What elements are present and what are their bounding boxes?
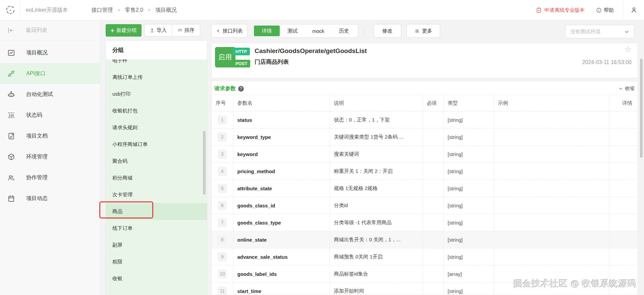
request-params-card: 请求参数 ? 收缩 序号参数名说明必填类型示例详情 1status状态：0，正常… bbox=[211, 81, 638, 295]
tab-详情[interactable]: 详情 bbox=[254, 26, 280, 36]
sidebar-item-robot[interactable]: 自动化测试 bbox=[0, 84, 100, 105]
param-row: 8online_state商城出售开关：0 关闭，1，...[string] bbox=[212, 231, 638, 248]
api-path: Cashier/GoodsOperate/getGoodsList bbox=[255, 46, 367, 56]
tab-历史[interactable]: 历史 bbox=[331, 26, 357, 36]
row-index-chip: 10 bbox=[218, 269, 227, 279]
hamburger-icon bbox=[415, 29, 420, 34]
param-cell-desc: 商品标签id集合 bbox=[330, 265, 423, 283]
group-item[interactable]: 线下订单 bbox=[106, 220, 207, 237]
param-cell-desc: 规格 1无规格 2规格 bbox=[330, 180, 423, 197]
param-cell-required bbox=[423, 146, 443, 163]
column-header: 说明 bbox=[330, 95, 423, 111]
group-list-scrollbar[interactable] bbox=[203, 131, 206, 195]
group-list: 电子秤离线订单上传usb打印收银机打包请求头规则小程序商城订单聚合码积分商城次卡… bbox=[106, 59, 207, 295]
param-cell-example bbox=[494, 180, 609, 197]
row-index-chip: 9 bbox=[218, 252, 227, 261]
column-header: 类型 bbox=[443, 95, 494, 111]
user-avatar-button[interactable] bbox=[623, 0, 644, 20]
breadcrumb-item[interactable]: 零售2.0 bbox=[125, 7, 143, 14]
sidebar-item-api-plug[interactable]: API接口 bbox=[0, 63, 100, 84]
import-button[interactable]: 导入 bbox=[144, 24, 172, 37]
plus-icon: + bbox=[111, 28, 114, 34]
param-cell-required bbox=[423, 265, 443, 283]
param-cell-required bbox=[423, 214, 443, 231]
param-cell-index: 10 bbox=[212, 265, 233, 283]
param-cell-example bbox=[494, 214, 609, 231]
group-item[interactable]: 积分商城 bbox=[106, 169, 207, 186]
modify-button[interactable]: 修改 bbox=[374, 24, 401, 38]
tab-测试[interactable]: 测试 bbox=[280, 26, 306, 36]
param-cell-type: [string] bbox=[443, 231, 494, 248]
param-cell-detail bbox=[609, 283, 638, 295]
person-icon bbox=[630, 6, 638, 14]
param-row: 2keyword_type关键词搜索类型 1货号 2条码 ...[string] bbox=[212, 129, 638, 146]
sort-icon bbox=[177, 28, 182, 33]
param-cell-required bbox=[423, 231, 443, 248]
tab-mock[interactable]: mock bbox=[306, 26, 331, 36]
sidebar-item-label: 项目文档 bbox=[26, 133, 48, 140]
group-item[interactable]: 小程序商城订单 bbox=[106, 136, 207, 153]
param-cell-example bbox=[494, 248, 609, 265]
more-button[interactable]: 更多 bbox=[407, 24, 440, 38]
param-cell-type: [string] bbox=[443, 111, 494, 129]
params-header-row: 序号参数名说明必填类型示例详情 bbox=[212, 95, 638, 111]
sidebar-item-status-code[interactable]: 123状态码 bbox=[0, 105, 100, 126]
group-panel: + 新建分组 导入 排序 分组 电子秤离线订单上传usb打印收银机打包请求头规则… bbox=[101, 20, 209, 295]
group-item[interactable]: 收银 bbox=[106, 270, 207, 287]
interface-list-button[interactable]: 接口列表 bbox=[211, 24, 247, 38]
breadcrumb-item[interactable]: 项目概况 bbox=[155, 7, 177, 14]
brand-title: eoLinker开源版本 bbox=[26, 7, 68, 14]
toolbar-divider bbox=[364, 27, 364, 35]
param-cell-example bbox=[494, 265, 609, 283]
group-item[interactable]: 副屏 bbox=[106, 237, 207, 253]
help-link[interactable]: 帮助 bbox=[596, 7, 614, 13]
sidebar-item-users[interactable]: 协作管理 bbox=[0, 167, 100, 188]
sidebar-item-document[interactable]: 项目文档 bbox=[0, 126, 100, 146]
group-item[interactable]: 电子秤 bbox=[106, 59, 207, 69]
robot-icon bbox=[7, 90, 15, 98]
group-item[interactable]: 离线订单上传 bbox=[106, 69, 207, 86]
back-to-list-button[interactable]: 返回列表 bbox=[0, 20, 100, 40]
collapse-control[interactable]: 收缩 bbox=[619, 86, 634, 92]
sort-button[interactable]: 排序 bbox=[172, 24, 200, 37]
question-icon[interactable]: ? bbox=[238, 86, 244, 92]
group-item[interactable]: usb打印 bbox=[106, 86, 207, 102]
header-right: 申请离线专业版本 帮助 bbox=[536, 0, 644, 20]
param-cell-index: 5 bbox=[212, 180, 233, 197]
param-row: 5attribute_state规格 1无规格 2规格[string] bbox=[212, 180, 638, 197]
group-card: 分组 电子秤离线订单上传usb打印收银机打包请求头规则小程序商城订单聚合码积分商… bbox=[106, 40, 207, 295]
breadcrumb-item[interactable]: 接口管理 bbox=[91, 7, 113, 14]
param-cell-desc: 状态：0，正常，1，下架 bbox=[330, 111, 423, 129]
group-item[interactable]: 收银机打包 bbox=[106, 102, 207, 119]
api-titles: Cashier/GoodsOperate/getGoodsList 门店商品列表 bbox=[255, 46, 367, 67]
group-item[interactable]: 商品 bbox=[106, 203, 207, 220]
group-item[interactable]: 聚合码 bbox=[106, 153, 207, 169]
param-cell-index: 2 bbox=[212, 129, 233, 146]
param-cell-index: 3 bbox=[212, 146, 233, 163]
sidebar-item-cube[interactable]: 环境管理 bbox=[0, 146, 100, 167]
param-row: 10goods_label_ids商品标签id集合[array] bbox=[212, 265, 638, 283]
row-index-chip: 11 bbox=[218, 287, 227, 295]
param-cell-required bbox=[423, 197, 443, 214]
group-item[interactable]: 请求头规则 bbox=[106, 119, 207, 136]
info-icon bbox=[596, 7, 602, 13]
new-group-button[interactable]: + 新建分组 bbox=[106, 24, 142, 37]
offline-pro-link[interactable]: 申请离线专业版本 bbox=[536, 7, 585, 13]
app-logo[interactable] bbox=[0, 0, 20, 20]
group-item[interactable]: 次卡管理 bbox=[106, 186, 207, 203]
sidebar-item-label: API接口 bbox=[26, 70, 46, 77]
page-scrollbar[interactable] bbox=[640, 59, 643, 158]
sidebar-item-overview-chart[interactable]: 项目概况 bbox=[0, 42, 100, 63]
param-row: 11start_time添加开始时间[string] bbox=[212, 283, 638, 295]
group-item[interactable]: 权限 bbox=[106, 253, 207, 270]
param-cell-name: goods_class_type bbox=[233, 214, 330, 231]
row-index-chip: 4 bbox=[218, 167, 227, 176]
api-plug-icon bbox=[7, 69, 15, 78]
star-icon[interactable]: ☆ bbox=[624, 45, 632, 54]
test-env-select[interactable]: 没有测试环境 bbox=[565, 25, 634, 38]
column-header: 必填 bbox=[423, 95, 443, 111]
param-cell-desc: 称重开关 1：关闭 2：开启 bbox=[330, 163, 423, 180]
sidebar-item-activity-calendar[interactable]: 项目动态 bbox=[0, 188, 100, 209]
param-cell-example bbox=[494, 146, 609, 163]
chevron-left-icon bbox=[216, 29, 221, 33]
